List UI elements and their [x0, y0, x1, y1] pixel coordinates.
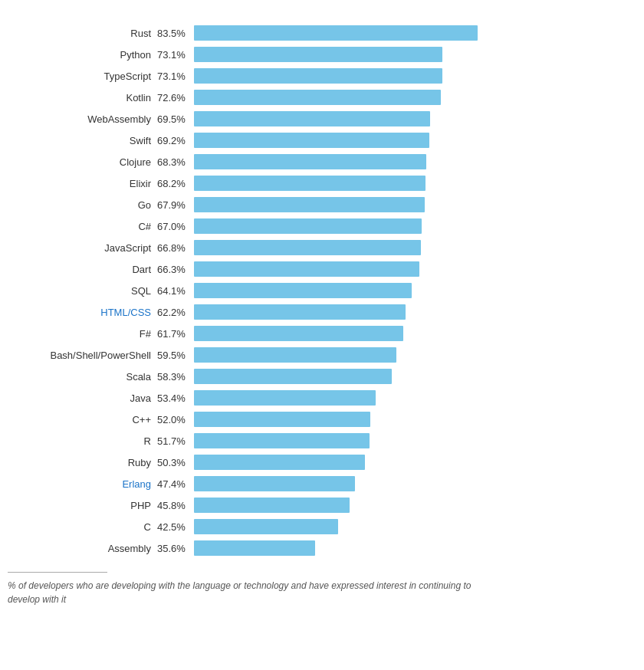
bar-row: Erlang47.4% — [8, 474, 636, 494]
bar-label: F# — [8, 328, 157, 340]
bar-area — [194, 476, 636, 491]
bar-fill — [194, 68, 442, 84]
bar-label: Python — [8, 49, 157, 61]
bar-percentage: 66.3% — [157, 264, 194, 275]
bar-percentage: 67.0% — [157, 221, 194, 232]
bar-fill — [194, 412, 370, 427]
bar-row: WebAssembly69.5% — [8, 109, 636, 129]
bar-area — [194, 90, 636, 105]
bar-label: Erlang — [8, 478, 157, 490]
bar-area — [194, 304, 636, 320]
bar-row: SQL64.1% — [8, 281, 636, 301]
bar-label: C++ — [8, 414, 157, 425]
bar-percentage: 62.2% — [157, 307, 194, 318]
bar-fill — [194, 133, 429, 148]
bar-area — [194, 218, 636, 234]
bar-percentage: 45.8% — [157, 500, 194, 511]
bar-label: Clojure — [8, 156, 157, 168]
bar-row: HTML/CSS62.2% — [8, 302, 636, 322]
bar-row: C#67.0% — [8, 216, 636, 236]
bar-label: Elixir — [8, 178, 157, 189]
bar-area — [194, 498, 636, 513]
bar-label: Assembly — [8, 543, 157, 554]
bar-area — [194, 519, 636, 534]
bar-label: JavaScript — [8, 242, 157, 254]
bar-label: C# — [8, 221, 157, 232]
bar-row: C42.5% — [8, 517, 636, 537]
bar-fill — [194, 498, 350, 513]
bar-fill — [194, 111, 430, 126]
bar-fill — [194, 519, 338, 534]
bar-percentage: 42.5% — [157, 521, 194, 533]
bar-row: Bash/Shell/PowerShell59.5% — [8, 345, 636, 365]
bar-percentage: 50.3% — [157, 457, 194, 468]
bar-label: Go — [8, 199, 157, 211]
bar-fill — [194, 326, 403, 341]
bar-fill — [194, 283, 412, 298]
bar-percentage: 66.8% — [157, 242, 194, 254]
bar-percentage: 59.5% — [157, 350, 194, 361]
bar-row: Kotlin72.6% — [8, 87, 636, 107]
bar-percentage: 64.1% — [157, 285, 194, 297]
bar-fill — [194, 347, 396, 363]
bar-percentage: 83.5% — [157, 28, 194, 39]
bar-row: Ruby50.3% — [8, 452, 636, 472]
bar-percentage: 73.1% — [157, 49, 194, 61]
bar-row: Scala58.3% — [8, 366, 636, 386]
bar-percentage: 47.4% — [157, 478, 194, 490]
bar-label: Dart — [8, 264, 157, 275]
bar-percentage: 68.2% — [157, 178, 194, 189]
bar-label: R — [8, 435, 157, 447]
bar-row: Python73.1% — [8, 44, 636, 64]
bar-row: JavaScript66.8% — [8, 238, 636, 258]
bar-fill — [194, 154, 426, 169]
bar-area — [194, 347, 636, 363]
bar-percentage: 53.4% — [157, 392, 194, 404]
bar-row: PHP45.8% — [8, 495, 636, 515]
bar-area — [194, 176, 636, 191]
bar-area — [194, 197, 636, 212]
bar-chart: Rust83.5%Python73.1%TypeScript73.1%Kotli… — [8, 15, 636, 622]
bar-label: PHP — [8, 500, 157, 511]
bar-fill — [194, 476, 355, 491]
bar-row: R51.7% — [8, 431, 636, 451]
bar-row: Dart66.3% — [8, 259, 636, 279]
bar-fill — [194, 47, 442, 62]
bar-row: Elixir68.2% — [8, 173, 636, 193]
bar-row: Clojure68.3% — [8, 152, 636, 172]
bar-percentage: 69.5% — [157, 113, 194, 125]
bar-fill — [194, 197, 425, 212]
bar-fill — [194, 176, 426, 191]
bar-label: Swift — [8, 135, 157, 146]
bar-area — [194, 283, 636, 298]
bar-area — [194, 261, 636, 277]
bar-area — [194, 540, 636, 556]
bar-row: TypeScript73.1% — [8, 66, 636, 86]
bar-area — [194, 47, 636, 62]
bar-area — [194, 455, 636, 470]
bar-fill — [194, 240, 421, 255]
bar-percentage: 51.7% — [157, 435, 194, 447]
bar-label: Bash/Shell/PowerShell — [8, 350, 157, 361]
bar-area — [194, 390, 636, 406]
bar-fill — [194, 369, 392, 384]
bar-label: Rust — [8, 28, 157, 39]
bar-label: Scala — [8, 371, 157, 383]
bar-label: Java — [8, 392, 157, 404]
bar-area — [194, 68, 636, 84]
bar-area — [194, 326, 636, 341]
bar-fill — [194, 25, 478, 41]
bar-area — [194, 412, 636, 427]
bar-label: WebAssembly — [8, 113, 157, 125]
bar-percentage: 52.0% — [157, 414, 194, 425]
bar-percentage: 69.2% — [157, 135, 194, 146]
bar-fill — [194, 261, 419, 277]
bar-fill — [194, 304, 406, 320]
bar-row: Java53.4% — [8, 388, 636, 408]
bar-percentage: 35.6% — [157, 543, 194, 554]
bar-percentage: 58.3% — [157, 371, 194, 383]
bar-label: Ruby — [8, 457, 157, 468]
bar-fill — [194, 433, 370, 448]
bar-fill — [194, 390, 376, 406]
bar-percentage: 67.9% — [157, 199, 194, 211]
